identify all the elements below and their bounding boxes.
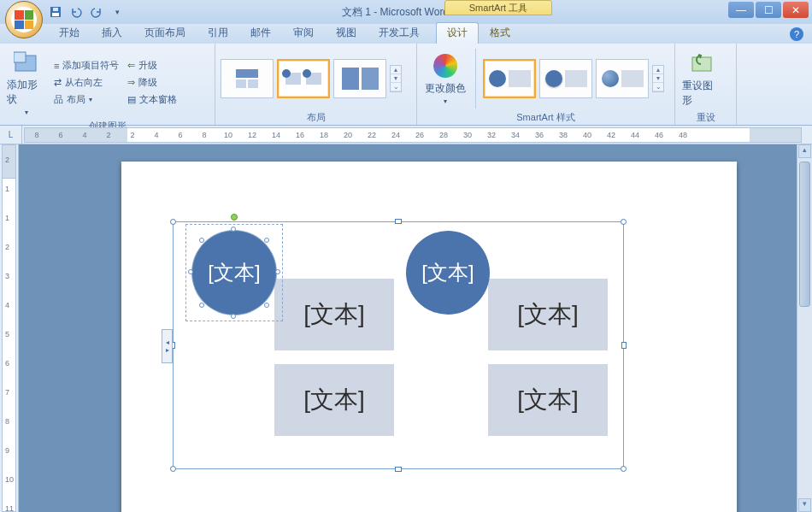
resize-handle[interactable] [621,219,627,225]
resize-handle[interactable] [170,219,176,225]
group-label-styles: SmartArt 样式 [422,111,669,125]
group-styles: 更改颜色 ▾ ▴▾⌄ SmartArt 样式 [417,44,675,125]
contextual-tab-title: SmartArt 工具 [444,0,552,15]
smartart-box-1b[interactable]: [文本] [274,364,394,436]
rotate-handle[interactable] [231,214,238,221]
smartart-box-2a[interactable]: [文本] [488,279,608,350]
smartart-circle-1[interactable]: [文本] [192,231,276,315]
document-scroll-area[interactable]: ◂▸ [文本] [19,144,812,512]
horizontal-ruler[interactable]: 8642246810121416182022242628303234363840… [24,127,802,143]
document-page[interactable]: ◂▸ [文本] [121,162,737,512]
ribbon-tabs: 开始 插入 页面布局 引用 邮件 审阅 视图 开发工具 设计 格式 ? [0,24,812,44]
vertical-scrollbar[interactable]: ▴ ▾ [797,144,812,512]
qat-redo-button[interactable] [89,4,104,20]
demote-button[interactable]: ⇒降级 [125,75,179,90]
maximize-button[interactable]: ☐ [756,2,781,18]
resize-handle[interactable] [621,466,627,472]
ruler-area: L 86422468101214161820222426283032343638… [0,126,812,144]
tab-developer[interactable]: 开发工具 [368,22,431,44]
smartart-box-1a[interactable]: [文本] [274,279,394,350]
tab-design[interactable]: 设计 [436,22,479,44]
demote-icon: ⇒ [127,77,135,88]
help-icon[interactable]: ? [790,27,803,41]
tab-references[interactable]: 引用 [197,22,239,44]
tab-home[interactable]: 开始 [48,22,91,44]
resize-handle[interactable] [621,342,627,349]
color-wheel-icon [433,54,457,78]
layout-option-3[interactable] [333,59,386,98]
office-logo-icon [11,7,37,32]
scroll-down-button[interactable]: ▾ [798,498,811,512]
group-label-reset: 重设 [680,111,731,125]
group-create-shape: 添加形状 ▾ ≡添加项目符号 ⇄从右向左 品布局▾ ⇐升级 ⇒降级 ▤文本窗格 … [0,44,215,125]
title-bar: ▾ 文档 1 - Microsoft Word SmartArt 工具 — ☐ … [0,0,812,24]
close-button[interactable]: ✕ [783,2,809,18]
text-pane-toggle[interactable]: ◂▸ [162,329,173,363]
window-controls: — ☐ ✕ [728,2,809,18]
style-option-1[interactable] [483,59,536,98]
add-shape-button[interactable]: 添加形状 ▾ [5,45,48,120]
tab-insert[interactable]: 插入 [91,22,133,44]
smartart-box-2b[interactable]: [文本] [488,364,608,436]
rtl-button[interactable]: ⇄从右向左 [51,75,121,90]
layout-option-1[interactable] [221,59,274,98]
resize-handle[interactable] [170,466,176,472]
shape-handle[interactable] [199,238,204,243]
tab-mailings[interactable]: 邮件 [239,22,282,44]
group-reset: 重设图形 重设 [675,44,737,125]
group-layouts: ▴▾⌄ 布局 [215,44,417,125]
scroll-up-button[interactable]: ▴ [798,144,811,158]
add-bullet-button[interactable]: ≡添加项目符号 [51,58,121,73]
promote-icon: ⇐ [127,60,135,71]
scroll-thumb[interactable] [799,162,810,307]
vertical-ruler[interactable]: 211234567891011 [0,144,19,512]
bullets-icon: ≡ [54,61,59,71]
style-gallery-more[interactable]: ▴▾⌄ [652,65,664,92]
shape-handle[interactable] [199,303,204,308]
smartart-node-2: [文本] [文本] [文本] [411,231,599,460]
layout-gallery-more[interactable]: ▴▾⌄ [390,65,402,92]
quick-access-toolbar: ▾ [48,4,125,20]
qat-undo-button[interactable] [68,4,84,20]
text-pane-button[interactable]: ▤文本窗格 [125,92,179,107]
ribbon: 添加形状 ▾ ≡添加项目符号 ⇄从右向左 品布局▾ ⇐升级 ⇒降级 ▤文本窗格 … [0,44,812,126]
qat-customize-button[interactable]: ▾ [109,4,125,20]
smartart-circle-2[interactable]: [文本] [406,231,490,315]
tab-pagelayout[interactable]: 页面布局 [133,22,197,44]
tab-view[interactable]: 视图 [325,22,368,44]
rtl-icon: ⇄ [54,77,62,88]
resize-handle[interactable] [395,219,402,224]
layout-button[interactable]: 品布局▾ [51,92,121,107]
office-button[interactable] [5,1,43,38]
dropdown-icon: ▾ [444,97,447,105]
svg-rect-1 [52,13,59,16]
tab-format[interactable]: 格式 [479,22,521,44]
tab-review[interactable]: 审阅 [282,22,325,44]
shape-handle[interactable] [231,314,236,319]
minimize-button[interactable]: — [728,2,754,18]
ruler-corner[interactable]: L [0,126,22,144]
layout-option-2[interactable] [277,59,330,98]
shape-handle[interactable] [264,303,269,308]
change-colors-button[interactable]: 更改颜色 ▾ [422,49,468,109]
layout-icon: 品 [54,93,63,106]
shape-handle[interactable] [275,269,280,274]
style-option-2[interactable] [539,59,592,98]
document-workspace: 211234567891011 ◂▸ [文本] [0,144,812,512]
style-option-3[interactable] [596,59,649,98]
shape-handle[interactable] [264,238,269,243]
smartart-frame[interactable]: ◂▸ [文本] [173,221,624,469]
dropdown-icon: ▾ [25,109,28,116]
shape-handle[interactable] [231,227,236,232]
promote-button[interactable]: ⇐升级 [125,58,179,73]
svg-rect-4 [14,52,26,62]
reset-graphic-button[interactable]: 重设图形 [680,46,723,111]
shape-handle[interactable] [188,269,193,274]
smartart-node-1: [文本] [文本] [文本] [197,231,385,460]
window-title: 文档 1 - Microsoft Word [342,0,449,24]
resize-handle[interactable] [395,467,402,472]
add-shape-label: 添加形状 [7,78,46,107]
group-label-layouts: 布局 [221,111,411,125]
qat-save-button[interactable] [48,4,63,20]
reset-label: 重设图形 [682,79,721,108]
